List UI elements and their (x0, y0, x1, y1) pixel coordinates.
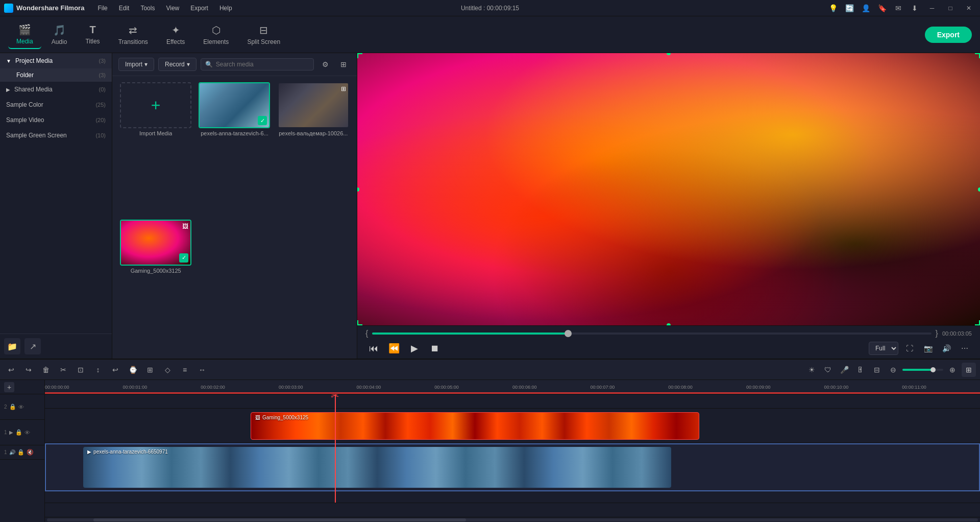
corner-handle-br[interactable] (975, 320, 980, 325)
back-frame-button[interactable]: ⏪ (386, 340, 402, 357)
media-item-pexels-anna[interactable]: ✓ pexels-anna-tarazevich-6... (197, 82, 272, 216)
maximize-button[interactable]: □ (943, 3, 958, 13)
edge-dot-right[interactable] (978, 187, 980, 192)
volume-icon[interactable]: 🔊 (939, 341, 953, 355)
download-icon[interactable]: ⬇ (909, 2, 921, 14)
edge-dot-left[interactable] (357, 187, 359, 192)
subtitle-icon[interactable]: ⊟ (870, 363, 884, 377)
mail-icon[interactable]: ✉ (892, 2, 904, 14)
playhead[interactable]: ✂ (335, 394, 336, 503)
media-item-gaming[interactable]: 🖼 ✓ Gaming_5000x3125 (118, 220, 193, 353)
screenshot-icon[interactable]: 📷 (921, 341, 935, 355)
sidebar-item-folder[interactable]: Folder (3) (0, 68, 112, 82)
clip-pexels-anna[interactable]: ▶ pexels-anna-tarazevich-6650971 (83, 447, 671, 488)
minimize-button[interactable]: ─ (925, 3, 939, 13)
sun-icon[interactable]: ☀ (804, 363, 819, 377)
sidebar-item-sample-color[interactable]: Sample Color (25) (0, 97, 112, 112)
play-button[interactable]: ▶ (406, 340, 423, 357)
corner-handle-bl[interactable] (357, 320, 362, 325)
scroll-thumb[interactable] (93, 518, 466, 521)
close-button[interactable]: ✕ (962, 3, 976, 13)
stop-button[interactable]: ⏹ (427, 340, 443, 357)
track-v1-row[interactable]: ▶ pexels-anna-tarazevich-6650971 (45, 443, 980, 491)
toolbar-media[interactable]: 🎬 Media (8, 20, 41, 49)
clip-gaming[interactable]: 🖼 Gaming_5000x3125 (251, 412, 699, 440)
toolbar-split-screen[interactable]: ⊟ Split Screen (239, 21, 288, 49)
account-icon[interactable]: 👤 (860, 2, 872, 14)
timer-button[interactable]: ⌚ (126, 363, 140, 377)
sidebar-item-sample-green[interactable]: Sample Green Screen (10) (0, 128, 112, 143)
fit-icon[interactable]: ⊞ (962, 363, 976, 377)
align-button[interactable]: ≡ (178, 363, 192, 377)
media-item-pexels-val[interactable]: ⊞ pexels-вальдемар-10026... (276, 82, 351, 216)
eye-icon-v2[interactable]: 👁 (18, 404, 24, 410)
menu-help[interactable]: Help (214, 3, 237, 14)
rewind-button[interactable]: ⏮ (365, 340, 382, 357)
redo-button[interactable]: ↪ (21, 363, 36, 377)
diamond-button[interactable]: ◇ (160, 363, 175, 377)
menu-tools[interactable]: Tools (135, 3, 160, 14)
media-thumb-pexels-val[interactable]: ⊞ (278, 82, 349, 128)
media-thumb-gaming[interactable]: 🖼 ✓ (120, 220, 191, 266)
delete-button[interactable]: 🗑 (39, 363, 53, 377)
lock-icon-v1[interactable]: 🔒 (15, 429, 22, 436)
menu-view[interactable]: View (161, 3, 184, 14)
filter-icon[interactable]: ⚙ (318, 57, 332, 72)
toolbar-transitions[interactable]: ⇄ Transitions (110, 21, 156, 49)
edge-dot-bottom[interactable] (667, 323, 671, 325)
search-bar[interactable]: 🔍 (201, 58, 314, 70)
sidebar-item-project-media[interactable]: ▼ Project Media (3) (0, 53, 112, 68)
quality-select[interactable]: Full 1/2 1/4 (869, 342, 898, 355)
stretch-button[interactable]: ↔ (195, 363, 209, 377)
toolbar-elements[interactable]: ⬡ Elements (195, 21, 237, 49)
progress-bar-container[interactable] (372, 329, 931, 338)
eye-icon-v1[interactable]: 👁 (24, 430, 30, 436)
rotate-button[interactable]: ↕ (91, 363, 105, 377)
mixer-icon[interactable]: 🎚 (853, 363, 868, 377)
zoom-slider[interactable] (902, 369, 943, 371)
toolbar-titles[interactable]: T Titles (77, 21, 108, 48)
search-input[interactable] (216, 61, 309, 68)
bookmark-icon[interactable]: 🔖 (876, 2, 888, 14)
grid-view-icon[interactable]: ⊞ (336, 57, 351, 72)
fullscreen-icon[interactable]: ⛶ (902, 341, 917, 355)
edge-dot-top[interactable] (667, 53, 671, 55)
sidebar-item-sample-video[interactable]: Sample Video (20) (0, 112, 112, 128)
undo-button[interactable]: ↩ (4, 363, 18, 377)
import-folder-button[interactable]: ↗ (24, 338, 41, 354)
new-folder-button[interactable]: 📁 (4, 338, 20, 354)
mic-icon[interactable]: 🎤 (837, 363, 851, 377)
lock-icon-v2[interactable]: 🔒 (9, 404, 16, 410)
zoom-out-icon[interactable]: ⊖ (886, 363, 900, 377)
progress-thumb[interactable] (565, 330, 572, 337)
crop-button[interactable]: ⊡ (74, 363, 88, 377)
menu-edit[interactable]: Edit (114, 3, 135, 14)
corner-handle-tl[interactable] (357, 53, 362, 58)
media-thumb-pexels-anna[interactable]: ✓ (199, 82, 270, 128)
bracket-right[interactable]: } (936, 329, 938, 338)
shield-icon[interactable]: 🛡 (821, 363, 835, 377)
import-media-box[interactable]: + (120, 82, 191, 128)
toolbar-audio[interactable]: 🎵 Audio (43, 21, 76, 49)
light-icon[interactable]: 💡 (827, 2, 839, 14)
sync-icon[interactable]: 🔄 (843, 2, 855, 14)
import-button[interactable]: Import ▾ (118, 58, 154, 71)
bracket-left[interactable]: { (365, 329, 368, 338)
reverse-button[interactable]: ↩ (108, 363, 122, 377)
cut-button[interactable]: ✂ (56, 363, 70, 377)
toolbar-effects[interactable]: ✦ Effects (158, 21, 193, 49)
menu-export[interactable]: Export (185, 3, 213, 14)
corner-handle-tr[interactable] (975, 53, 980, 58)
record-button[interactable]: Record ▾ (158, 58, 197, 71)
more-controls-icon[interactable]: ⋯ (958, 341, 972, 355)
export-button[interactable]: Export (925, 27, 972, 43)
lock-icon-audio[interactable]: 🔒 (17, 449, 24, 456)
split-button[interactable]: ⊞ (143, 363, 157, 377)
mute-icon-audio[interactable]: 🔇 (27, 449, 34, 456)
zoom-in-icon[interactable]: ⊕ (945, 363, 960, 377)
menu-file[interactable]: File (92, 3, 112, 14)
add-track-button[interactable]: + (4, 382, 14, 392)
import-media-item[interactable]: + Import Media (118, 82, 193, 216)
timeline-scrollbar[interactable] (45, 517, 980, 522)
sidebar-item-shared-media[interactable]: ▶ Shared Media (0) (0, 82, 112, 97)
